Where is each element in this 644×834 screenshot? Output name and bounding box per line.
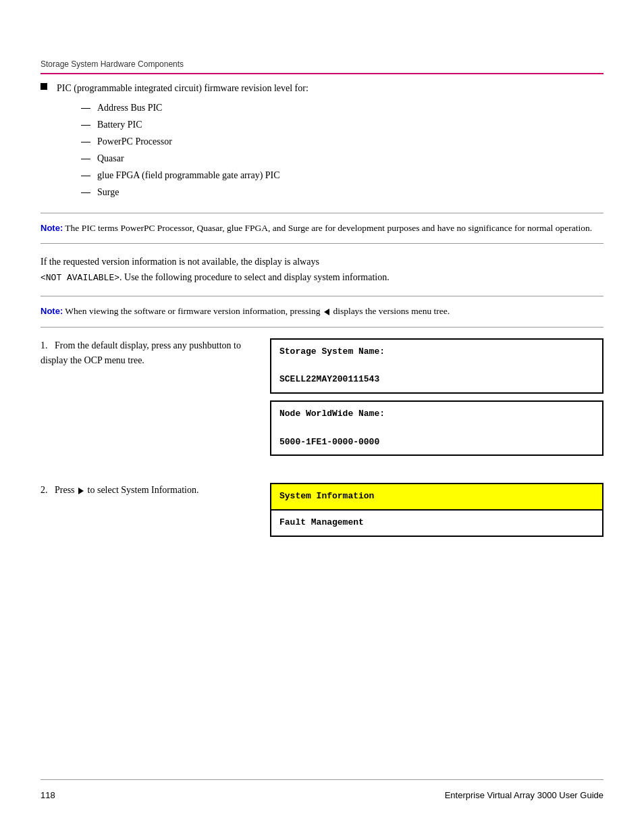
display-system-information: System Information [270,483,603,511]
step-2-number: 2. [41,485,48,495]
dash-icon: — [81,118,90,132]
main-bullet-item: PIC (programmable integrated circuit) fi… [41,81,603,95]
display-node-line-3: 5000-1FE1-0000-0000 [279,436,594,450]
display-line-1: Storage System Name: [279,345,594,359]
note-text-1: The PIC terms PowerPC Processor, Quasar,… [63,223,592,233]
bullet-square-icon [41,83,47,90]
display-fault-mgmt-line: Fault Management [279,516,594,530]
note-text-2b: displays the versions menu tree. [333,306,450,316]
sub-bullet-list: — Address Bus PIC — Battery PIC — PowerP… [81,101,603,199]
display-line-2 [279,359,594,373]
display-node-line-1: Node WorldWide Name: [279,407,594,421]
step-1-row: 1. From the default display, press any p… [41,338,603,463]
step-2-displays: System Information Fault Management [270,483,603,544]
sub-bullet-text: Quasar [97,151,124,165]
body-line2: . Use the following procedure to select … [119,272,390,282]
note-label-1: Note: [41,223,63,233]
step-2-text: 2. Press to select System Information. [41,483,257,498]
display-node-line-2 [279,421,594,436]
footer: 118 Enterprise Virtual Array 3000 User G… [41,790,603,800]
list-item: — PowerPC Processor [81,134,603,149]
sub-bullet-text: PowerPC Processor [97,134,172,149]
dash-icon: — [81,134,90,149]
display-node-worldwide-name: Node WorldWide Name: 5000-1FE1-0000-0000 [270,400,603,456]
header-rule [41,73,603,74]
display-fault-management: Fault Management [270,511,603,537]
dash-icon: — [81,151,90,165]
footer-guide-title: Enterprise Virtual Array 3000 User Guide [445,790,603,800]
sub-bullet-text: Address Bus PIC [97,101,162,115]
list-item: — Quasar [81,151,603,165]
main-bullet-text: PIC (programmable integrated circuit) fi… [57,81,308,95]
body-line1: If the requested version information is … [41,257,319,267]
footer-rule [41,779,603,780]
note-box-2: Note: When viewing the software or firmw… [41,296,603,327]
list-item: — glue FPGA (field programmable gate arr… [81,168,603,182]
footer-page-number: 118 [41,790,55,800]
triangle-right-icon [78,488,84,494]
dash-icon: — [81,168,90,182]
code-not-available: <NOT AVAILABLE> [41,273,119,283]
note-box-1: Note: The PIC terms PowerPC Processor, Q… [41,213,603,244]
step-1-displays: Storage System Name: SCELL22MAY200111543… [270,338,603,463]
step-2-row: 2. Press to select System Information. S… [41,483,603,544]
page: Storage System Hardware Components PIC (… [0,0,644,834]
display-storage-system-name: Storage System Name: SCELL22MAY200111543 [270,338,603,394]
list-item: — Battery PIC [81,118,603,132]
sub-bullet-text: Battery PIC [97,118,142,132]
display-line-3: SCELL22MAY200111543 [279,373,594,387]
bullet-section: PIC (programmable integrated circuit) fi… [41,81,603,199]
step-2-description: to select System Information. [88,485,199,495]
dash-icon: — [81,185,90,199]
list-item: — Surge [81,185,603,199]
dash-icon: — [81,101,90,115]
step-1-description: From the default display, press any push… [41,340,241,365]
sub-bullet-text: Surge [97,185,119,199]
step-1-number: 1. [41,340,48,350]
sub-bullet-text: glue FPGA (field programmable gate array… [97,168,280,182]
note-label-2: Note: [41,306,63,316]
step-1-text: 1. From the default display, press any p… [41,338,257,369]
chapter-header: Storage System Hardware Components [41,59,184,69]
display-sys-info-line: System Information [279,490,594,504]
step-2-press-label: Press [55,485,75,495]
list-item: — Address Bus PIC [81,101,603,115]
body-paragraph: If the requested version information is … [41,255,603,285]
note-text-2a: When viewing the software or firmware ve… [63,306,320,316]
triangle-left-icon [324,309,329,315]
